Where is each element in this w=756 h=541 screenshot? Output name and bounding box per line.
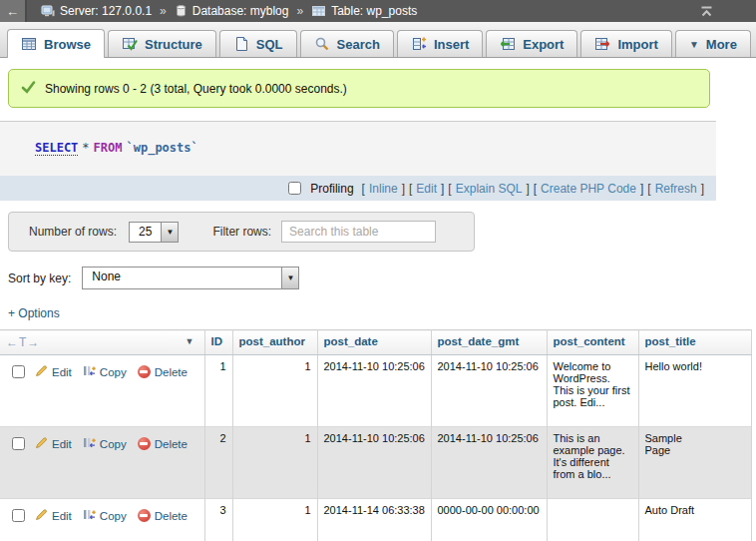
collapse-icon[interactable] bbox=[699, 6, 714, 17]
bracket: ] bbox=[701, 182, 704, 196]
table-row: Edit Copy Delete 2 1 2014-11-10 10:25:06… bbox=[0, 427, 751, 499]
column-header-post-date-gmt[interactable]: post_date_gmt bbox=[431, 330, 547, 355]
edit-query-link[interactable]: Edit bbox=[416, 182, 437, 196]
breadcrumb-bar: ← Server: 127.0.0.1 » Database: myblog »… bbox=[0, 0, 756, 22]
column-header-post-author[interactable]: post_author bbox=[232, 330, 317, 355]
cell-post-author: 1 bbox=[232, 499, 317, 541]
table-header-row: ←T→ ▼ ID post_author post_date post_date… bbox=[0, 330, 751, 355]
cell-post-date-gmt: 0000-00-00 00:00:00 bbox=[431, 499, 547, 541]
sort-by-key-select[interactable]: None ▼ bbox=[82, 267, 299, 289]
chevron-down-icon: ▼ bbox=[689, 39, 699, 50]
delete-icon bbox=[138, 365, 151, 378]
delete-label: Delete bbox=[155, 510, 188, 522]
row-checkbox[interactable] bbox=[12, 365, 25, 378]
copy-row-link[interactable]: Copy bbox=[83, 508, 127, 523]
tab-search[interactable]: Search bbox=[300, 30, 394, 57]
export-icon bbox=[500, 36, 516, 52]
sort-by-key-value: None bbox=[83, 268, 281, 288]
tab-browse[interactable]: Browse bbox=[7, 29, 105, 58]
edit-label: Edit bbox=[52, 438, 72, 450]
filter-rows-input[interactable] bbox=[281, 221, 436, 243]
sort-controls: Sort by key: None ▼ bbox=[8, 267, 756, 289]
cell-post-date-gmt: 2014-11-10 10:25:06 bbox=[431, 427, 547, 499]
sql-keyword-from: FROM bbox=[94, 141, 123, 155]
cell-post-content: This is an example page. It's different … bbox=[547, 427, 638, 499]
bracket: [ bbox=[647, 182, 650, 196]
edit-row-link[interactable]: Edit bbox=[35, 436, 72, 451]
tab-structure[interactable]: Structure bbox=[108, 30, 216, 57]
edit-row-link[interactable]: Edit bbox=[35, 364, 72, 379]
cell-post-title: Hello world! bbox=[638, 355, 751, 427]
breadcrumb-server[interactable]: Server: 127.0.0.1 bbox=[41, 4, 152, 18]
copy-icon bbox=[83, 508, 96, 523]
back-button[interactable]: ← bbox=[0, 0, 27, 22]
query-section: SELECT*FROM`wp_posts` Profiling [ Inline… bbox=[0, 121, 716, 201]
copy-row-link[interactable]: Copy bbox=[83, 436, 127, 451]
explain-sql-link[interactable]: Explain SQL bbox=[456, 182, 523, 196]
copy-label: Copy bbox=[100, 366, 127, 378]
copy-label: Copy bbox=[100, 438, 127, 450]
cell-post-date-gmt: 2014-11-10 10:25:06 bbox=[431, 355, 547, 427]
edit-label: Edit bbox=[52, 510, 72, 522]
tab-label: Structure bbox=[145, 37, 202, 52]
tab-label: Export bbox=[523, 37, 564, 52]
success-check-icon bbox=[21, 80, 36, 97]
tab-insert[interactable]: Insert bbox=[397, 30, 483, 57]
cell-post-date: 2014-11-10 10:25:06 bbox=[317, 427, 431, 499]
delete-icon bbox=[138, 437, 151, 450]
cell-id: 1 bbox=[204, 355, 232, 427]
cell-post-date: 2014-11-14 06:33:38 bbox=[317, 499, 431, 541]
breadcrumb-separator: » bbox=[160, 4, 167, 18]
bracket: [ bbox=[448, 182, 451, 196]
cell-post-date: 2014-11-10 10:25:06 bbox=[317, 355, 431, 427]
create-php-code-link[interactable]: Create PHP Code bbox=[541, 182, 636, 196]
sql-keyword-select[interactable]: SELECT bbox=[35, 141, 78, 156]
sort-by-key-label: Sort by key: bbox=[8, 271, 71, 285]
options-toggle-link[interactable]: + Options bbox=[8, 306, 60, 320]
number-of-rows-select[interactable]: 25 ▼ bbox=[129, 222, 179, 243]
edit-row-link[interactable]: Edit bbox=[35, 508, 72, 523]
results-table: ←T→ ▼ ID post_author post_date post_date… bbox=[0, 329, 752, 541]
insert-icon bbox=[411, 36, 427, 52]
column-header-post-content[interactable]: post_content bbox=[547, 330, 638, 355]
query-tools-bar: Profiling [ Inline ] [ Edit ] [ Explain … bbox=[0, 176, 716, 201]
tab-sql[interactable]: SQL bbox=[219, 30, 297, 57]
tab-label: SQL bbox=[256, 37, 283, 52]
column-header-post-title[interactable]: post_title bbox=[638, 330, 751, 355]
bracket: ] bbox=[526, 182, 529, 196]
cell-post-content: Welcome to WordPress. This is your first… bbox=[547, 355, 638, 427]
copy-row-link[interactable]: Copy bbox=[83, 364, 127, 379]
profiling-label: Profiling bbox=[310, 182, 353, 196]
row-checkbox[interactable] bbox=[12, 509, 25, 522]
row-controls: Number of rows: 25 ▼ Filter rows: bbox=[8, 212, 475, 252]
bracket: ] bbox=[640, 182, 643, 196]
tab-import[interactable]: Import bbox=[580, 30, 671, 57]
column-header-post-date[interactable]: post_date bbox=[317, 330, 431, 355]
cell-post-content bbox=[547, 499, 638, 541]
tab-label: Search bbox=[337, 37, 380, 52]
delete-row-link[interactable]: Delete bbox=[138, 365, 188, 378]
delete-icon bbox=[138, 509, 151, 522]
profiling-checkbox[interactable] bbox=[288, 182, 301, 195]
column-menu-dropdown-icon[interactable]: ▼ bbox=[186, 336, 194, 346]
tab-label: Browse bbox=[44, 37, 91, 52]
breadcrumb-table[interactable]: Table: wp_posts bbox=[311, 4, 417, 18]
bracket: [ bbox=[534, 182, 537, 196]
breadcrumb-database[interactable]: Database: myblog bbox=[175, 4, 289, 18]
bracket: ] bbox=[441, 182, 444, 196]
delete-row-link[interactable]: Delete bbox=[138, 437, 188, 450]
row-checkbox[interactable] bbox=[12, 437, 25, 450]
delete-label: Delete bbox=[155, 366, 188, 378]
pencil-icon bbox=[35, 508, 48, 523]
tab-more[interactable]: ▼ More bbox=[675, 30, 751, 57]
delete-row-link[interactable]: Delete bbox=[138, 509, 188, 522]
table-icon bbox=[311, 4, 326, 18]
refresh-link[interactable]: Refresh bbox=[655, 182, 697, 196]
server-icon bbox=[41, 4, 55, 18]
inline-link[interactable]: Inline bbox=[369, 182, 398, 196]
column-header-id[interactable]: ID bbox=[204, 330, 232, 355]
success-message-text: Showing rows 0 - 2 (3 total, Query took … bbox=[45, 82, 347, 96]
database-icon bbox=[175, 4, 188, 18]
tab-export[interactable]: Export bbox=[486, 30, 577, 57]
column-header-actions[interactable]: ←T→ ▼ bbox=[0, 330, 204, 355]
